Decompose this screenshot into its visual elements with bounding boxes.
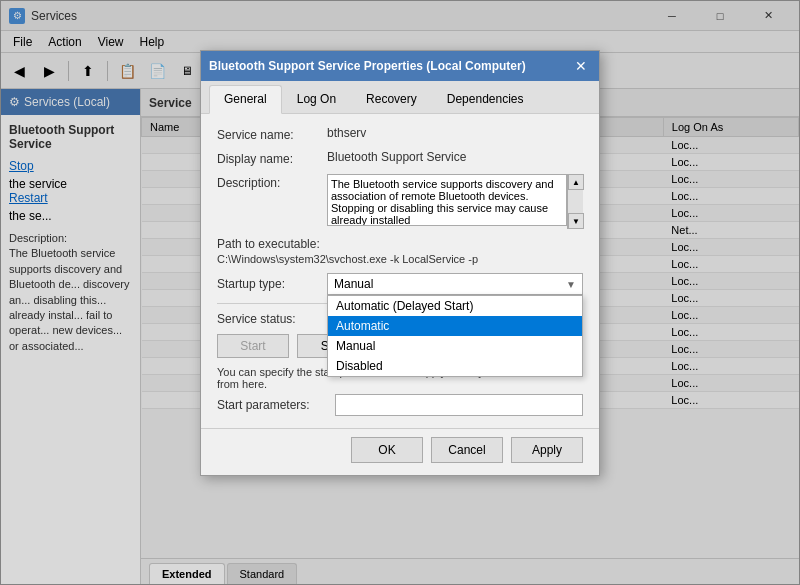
scroll-track [568,190,583,213]
dropdown-arrow-icon: ▼ [566,279,576,290]
display-name-row: Display name: Bluetooth Support Service [217,150,583,166]
description-scrollbar[interactable]: ▲ ▼ [567,174,583,229]
option-delayed-start[interactable]: Automatic (Delayed Start) [328,296,582,316]
tab-recovery[interactable]: Recovery [351,85,432,113]
tab-dependencies[interactable]: Dependencies [432,85,539,113]
path-value: C:\Windows\system32\svchost.exe -k Local… [217,253,583,265]
description-label: Description: [217,174,327,190]
params-input[interactable] [335,394,583,416]
startup-type-row: Startup type: Manual ▼ Automatic (Delaye… [217,273,583,295]
dialog-title: Bluetooth Support Service Properties (Lo… [209,59,526,73]
startup-type-dropdown[interactable]: Manual ▼ Automatic (Delayed Start) Autom… [327,273,583,295]
tab-logon[interactable]: Log On [282,85,351,113]
scroll-up-arrow[interactable]: ▲ [568,174,584,190]
startup-type-label: Startup type: [217,277,327,291]
description-textarea[interactable] [327,174,567,226]
properties-dialog: Bluetooth Support Service Properties (Lo… [200,50,600,476]
dialog-close-button[interactable]: ✕ [571,56,591,76]
cancel-button[interactable]: Cancel [431,437,503,463]
service-name-row: Service name: bthserv [217,126,583,142]
scroll-down-arrow[interactable]: ▼ [568,213,584,229]
params-row: Start parameters: [217,394,583,416]
dialog-tabs: General Log On Recovery Dependencies [201,81,599,114]
dialog-body: Service name: bthserv Display name: Blue… [201,114,599,428]
description-textarea-wrap: ▲ ▼ [327,174,583,229]
dropdown-menu: Automatic (Delayed Start) Automatic Manu… [327,295,583,377]
option-manual[interactable]: Manual [328,336,582,356]
ok-button[interactable]: OK [351,437,423,463]
apply-button[interactable]: Apply [511,437,583,463]
option-disabled[interactable]: Disabled [328,356,582,376]
display-name-value: Bluetooth Support Service [327,150,466,164]
dialog-overlay: Bluetooth Support Service Properties (Lo… [0,0,800,585]
dialog-title-bar: Bluetooth Support Service Properties (Lo… [201,51,599,81]
path-label: Path to executable: [217,237,583,251]
params-field-label: Start parameters: [217,398,327,412]
path-section: Path to executable: C:\Windows\system32\… [217,237,583,265]
dropdown-selected-value: Manual [334,277,373,291]
start-button[interactable]: Start [217,334,289,358]
display-name-label: Display name: [217,150,327,166]
service-name-label: Service name: [217,126,327,142]
dropdown-selected[interactable]: Manual ▼ [327,273,583,295]
service-name-value: bthserv [327,126,366,140]
dialog-footer: OK Cancel Apply [201,428,599,475]
option-automatic[interactable]: Automatic [328,316,582,336]
service-status-label: Service status: [217,312,327,326]
description-row: Description: ▲ ▼ [217,174,583,229]
tab-general[interactable]: General [209,85,282,114]
